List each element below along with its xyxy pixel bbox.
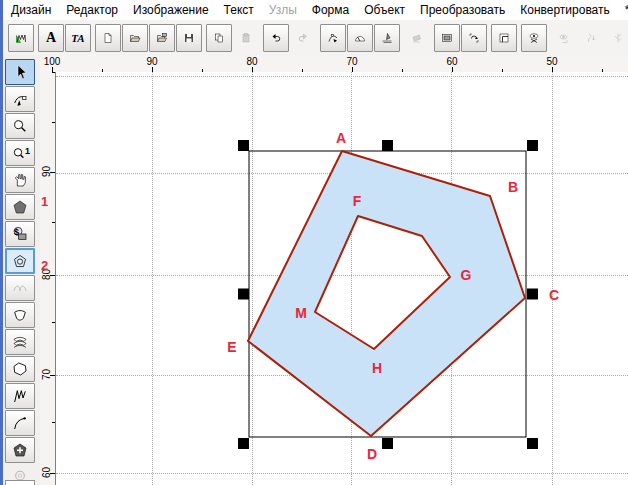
menu-item[interactable]: Изображение [133,3,209,17]
design-logo-button[interactable] [8,24,34,52]
save-file-button[interactable] [176,24,202,52]
vruler-minor-tick [52,322,55,323]
ruler-marker-1: 1 [41,195,48,208]
bezier-arrow-icon [327,28,339,48]
gridline-vertical [252,72,253,485]
eye-scissors-icon [528,28,540,48]
hruler-label: 80 [246,56,257,67]
save-floppy-icon [183,28,195,48]
pan-button[interactable] [5,167,35,193]
menu-item[interactable]: Конвертировать [520,3,610,17]
contour-pentagon-circle-icon [13,251,27,271]
text-art-button[interactable]: ТА [65,24,91,52]
frame-image-button[interactable] [434,24,460,52]
vruler-minor-tick [52,422,55,423]
paste-icon [240,28,252,48]
export-object-button[interactable] [578,24,604,52]
select-arrow-icon [12,62,28,82]
eye-wand-icon [558,28,570,48]
pentagon-shape-button[interactable] [5,194,35,220]
zoom-100-label: 1 [25,146,30,156]
rotate-bitmap-button[interactable] [461,24,487,52]
gridline-vertical [351,72,352,485]
select-button[interactable] [5,59,35,85]
drawing-canvas[interactable] [56,72,628,485]
open-folder-icon [129,28,141,48]
undo-icon [270,28,282,48]
redo-icon [297,28,309,48]
menu-item[interactable]: Форма [312,3,349,17]
blend-curves-icon [12,278,28,298]
clipart-dollar-label: $ [14,227,19,237]
paste-button[interactable] [233,24,259,52]
redo-button[interactable] [290,24,316,52]
shape-edit-curve-button[interactable] [320,24,346,52]
arc-curve-icon [12,413,28,433]
gridline-horizontal [56,473,628,474]
pentagon-plus-icon [12,440,28,460]
vruler-minor-tick [52,72,55,73]
new-doc-icon [102,28,114,48]
blend-stack-button[interactable] [5,329,35,355]
horizontal-ruler[interactable]: 1009080706050 [40,55,628,73]
copy-icon [213,28,225,48]
hand-icon [12,170,28,190]
menu-item[interactable]: Преобразовать [420,3,505,17]
main-toolbar: A ТА [3,20,628,55]
undo-button[interactable] [263,24,289,52]
menu-item[interactable]: Редактор [66,3,118,17]
zoom-100-button[interactable]: 1 [5,140,35,166]
vruler-major-tick [50,375,55,376]
magnifier-icon [12,116,28,136]
menu-item[interactable]: Текст [224,3,254,17]
new-doc-button[interactable] [95,24,121,52]
partial-tool-button[interactable] [5,480,35,485]
hruler-label: 90 [146,56,157,67]
menu-item[interactable]: Дизайн [11,3,51,17]
menu-bar: ДизайнРедакторИзображениеТекстУзлыФормаО… [3,0,628,21]
gridline-horizontal [56,173,628,174]
menu-item[interactable]: Объект [364,3,405,17]
page-corner-icon [498,28,510,48]
hruler-label: 100 [44,56,61,67]
preview-clip-button[interactable] [521,24,547,52]
weld-button[interactable] [5,437,35,463]
open-file-button[interactable] [122,24,148,52]
gauge-button[interactable] [347,24,373,52]
frame-image-icon [441,28,453,48]
arc-button[interactable] [5,410,35,436]
vruler-major-tick [50,275,55,276]
pentagon-dark-icon [12,197,28,217]
vruler-major-tick [50,473,55,474]
gridline-horizontal [56,275,628,276]
envelope-button[interactable] [5,302,35,328]
zoom-button[interactable] [5,113,35,139]
clipart-button[interactable]: $ [5,221,35,247]
object-tree-button[interactable] [605,24,628,52]
ruler-marker-2: 2 [41,259,48,272]
zigzag-button[interactable] [5,383,35,409]
show-hidden-button[interactable] [551,24,577,52]
hruler-label: 70 [346,56,357,67]
text-tool-button[interactable]: A [38,24,64,52]
blend-button[interactable] [5,275,35,301]
fill-ink-button[interactable] [374,24,400,52]
zigzag-lines-icon [12,386,28,406]
rotate-arrows-icon [468,28,480,48]
page-setup-button[interactable] [491,24,517,52]
contour-button[interactable] [5,248,35,274]
vruler-minor-tick [52,122,55,123]
envelope-warp-icon [12,305,28,325]
node-edit-button[interactable] [5,86,35,112]
import-image-button[interactable] [149,24,175,52]
design-logo-icon [15,28,27,48]
node-edit-icon [12,89,28,109]
polygon-outline-button[interactable] [5,356,35,382]
menu-item[interactable]: Узлы [269,3,297,17]
window-edge [0,0,3,485]
copy-button[interactable] [206,24,232,52]
eraser-button[interactable] [404,24,430,52]
gridline-horizontal [56,375,628,376]
text-art-icon: ТА [71,32,84,44]
vertical-ruler[interactable]: 9080706012 [40,72,56,485]
